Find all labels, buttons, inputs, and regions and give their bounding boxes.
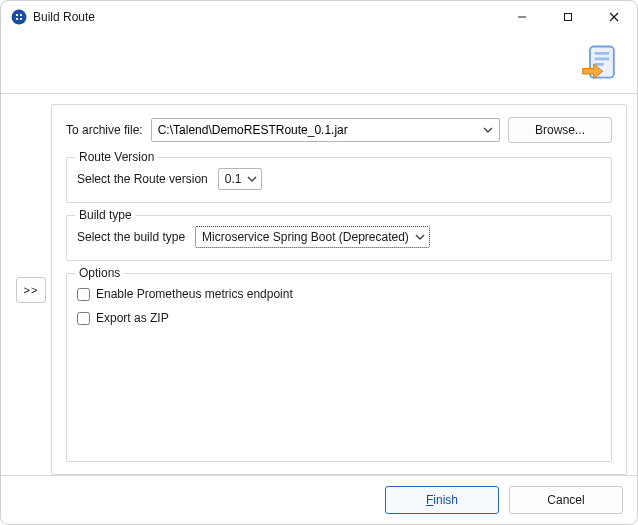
build-type-value: Microservice Spring Boot (Deprecated) <box>202 230 409 244</box>
export-icon <box>579 41 623 85</box>
svg-rect-5 <box>565 14 572 21</box>
route-version-title: Route Version <box>75 150 158 164</box>
content-panel: To archive file: Browse... Route Version <box>51 104 627 475</box>
archive-row: To archive file: Browse... <box>66 117 612 143</box>
footer: Finish Cancel <box>1 475 637 524</box>
export-zip-label: Export as ZIP <box>96 311 169 325</box>
route-version-group: Route Version Select the Route version 0… <box>66 157 612 203</box>
build-type-title: Build type <box>75 208 136 222</box>
prometheus-label: Enable Prometheus metrics endpoint <box>96 287 293 301</box>
cancel-label: Cancel <box>547 493 584 507</box>
build-route-dialog: Build Route <box>0 0 638 525</box>
close-button[interactable] <box>591 1 637 33</box>
titlebar: Build Route <box>1 1 637 33</box>
close-icon <box>609 12 619 22</box>
export-zip-checkbox[interactable] <box>77 312 90 325</box>
cancel-button[interactable]: Cancel <box>509 486 623 514</box>
build-type-label: Select the build type <box>77 230 185 244</box>
svg-rect-10 <box>595 58 610 61</box>
svg-rect-3 <box>16 16 22 18</box>
route-version-value: 0.1 <box>225 172 242 186</box>
finish-label: Finish <box>426 493 458 507</box>
export-zip-option[interactable]: Export as ZIP <box>77 308 601 328</box>
svg-rect-9 <box>595 52 610 55</box>
archive-combo[interactable] <box>151 118 500 142</box>
options-title: Options <box>75 266 124 280</box>
browse-label: Browse... <box>535 123 585 137</box>
options-group: Options Enable Prometheus metrics endpoi… <box>66 273 612 462</box>
minimize-button[interactable] <box>499 1 545 33</box>
app-icon <box>11 9 27 25</box>
chevron-down-icon <box>413 232 427 242</box>
chevron-down-icon <box>481 125 495 135</box>
expand-button[interactable]: >> <box>16 277 46 303</box>
banner <box>1 33 637 94</box>
expand-column: >> <box>11 104 51 475</box>
archive-label: To archive file: <box>66 123 143 137</box>
expand-label: >> <box>24 284 39 296</box>
window-title: Build Route <box>33 10 95 24</box>
body: >> To archive file: Browse... <box>1 94 637 475</box>
prometheus-checkbox[interactable] <box>77 288 90 301</box>
minimize-icon <box>517 12 527 22</box>
groups: Route Version Select the Route version 0… <box>66 157 612 462</box>
browse-button[interactable]: Browse... <box>508 117 612 143</box>
route-version-select[interactable]: 0.1 <box>218 168 263 190</box>
build-type-group: Build type Select the build type Microse… <box>66 215 612 261</box>
prometheus-option[interactable]: Enable Prometheus metrics endpoint <box>77 284 601 304</box>
maximize-button[interactable] <box>545 1 591 33</box>
finish-button[interactable]: Finish <box>385 486 499 514</box>
build-type-select[interactable]: Microservice Spring Boot (Deprecated) <box>195 226 430 248</box>
maximize-icon <box>563 12 573 22</box>
route-version-label: Select the Route version <box>77 172 208 186</box>
archive-input[interactable] <box>158 123 481 137</box>
chevron-down-icon <box>245 174 259 184</box>
